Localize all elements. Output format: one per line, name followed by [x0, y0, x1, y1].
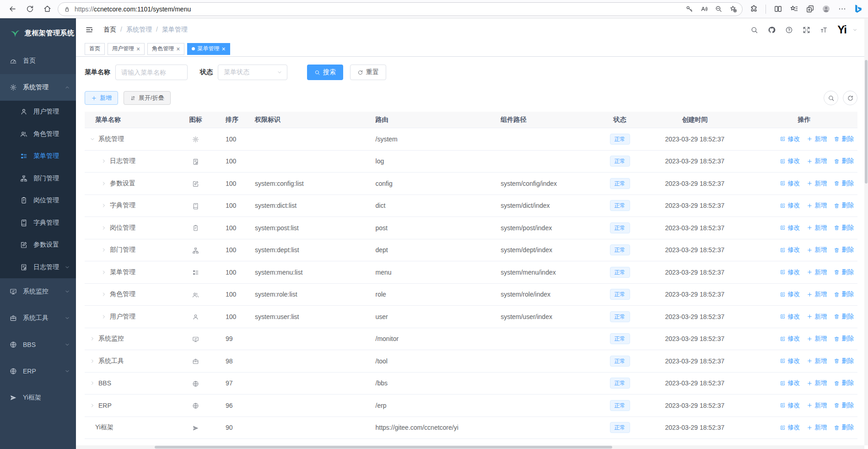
expand-collapse-button[interactable]: 展开/折叠 [124, 91, 171, 105]
edit-link[interactable]: 修改 [780, 224, 800, 232]
sidebar-item[interactable]: Yi框架 [0, 384, 76, 411]
add-button[interactable]: 新增 [85, 91, 118, 105]
sidebar-item[interactable]: 岗位管理 [0, 189, 76, 212]
close-tab-icon[interactable]: × [136, 46, 140, 52]
add-link[interactable]: 新增 [807, 157, 827, 165]
sidebar-item[interactable]: 系统管理 [0, 74, 76, 101]
add-link[interactable]: 新增 [807, 268, 827, 276]
sidebar-item[interactable]: 系统监控 [0, 278, 76, 305]
add-link[interactable]: 新增 [807, 423, 827, 432]
delete-link[interactable]: 删除 [834, 268, 854, 276]
user-avatar-logo[interactable]: Yi [837, 23, 846, 36]
scrollbar-thumb[interactable] [155, 446, 612, 449]
chevron-right-icon[interactable] [101, 203, 107, 208]
dots-button[interactable] [836, 3, 848, 16]
delete-link[interactable]: 删除 [834, 401, 854, 410]
delete-link[interactable]: 删除 [834, 423, 854, 432]
sidebar-item[interactable]: 首页 [0, 48, 76, 74]
split-view-button[interactable] [771, 3, 784, 16]
sidebar-item[interactable]: 字典管理 [0, 212, 76, 234]
chevron-right-icon[interactable] [90, 380, 95, 386]
add-link[interactable]: 新增 [807, 201, 827, 210]
chevron-right-icon[interactable] [90, 358, 95, 364]
chevron-right-icon[interactable] [101, 314, 107, 319]
edit-link[interactable]: 修改 [780, 379, 800, 387]
chevron-right-icon[interactable] [101, 292, 107, 297]
avatar-button[interactable] [819, 3, 832, 16]
read-aloud-button[interactable] [697, 3, 710, 16]
edit-link[interactable]: 修改 [780, 157, 800, 165]
fullscreen-button[interactable] [803, 26, 810, 34]
delete-link[interactable]: 删除 [834, 157, 854, 165]
table-search-button[interactable] [824, 91, 838, 105]
scrollbar-thumb[interactable] [865, 60, 868, 184]
chevron-right-icon[interactable] [101, 181, 107, 186]
address-bar[interactable]: https://ccnetcore.com:1101/system/menu [58, 2, 743, 16]
chevron-right-icon[interactable] [101, 225, 107, 231]
search-button[interactable]: 搜索 [307, 65, 343, 80]
edit-link[interactable]: 修改 [780, 268, 800, 276]
sidebar-item[interactable]: 用户管理 [0, 101, 76, 123]
edit-link[interactable]: 修改 [780, 313, 800, 321]
extensions-button[interactable] [747, 3, 760, 16]
delete-link[interactable]: 删除 [834, 224, 854, 232]
home-button[interactable] [41, 3, 54, 16]
star-plus-button[interactable] [727, 3, 739, 16]
collections-button[interactable] [803, 3, 816, 16]
sidebar-item[interactable]: 参数设置 [0, 234, 76, 256]
add-link[interactable]: 新增 [807, 357, 827, 365]
edit-link[interactable]: 修改 [780, 179, 800, 188]
vertical-scrollbar[interactable] [864, 19, 868, 445]
delete-link[interactable]: 删除 [834, 179, 854, 188]
key-button[interactable] [683, 3, 695, 16]
add-link[interactable]: 新增 [807, 401, 827, 410]
status-select[interactable]: 菜单状态 [218, 65, 287, 80]
delete-link[interactable]: 删除 [834, 135, 854, 143]
sidebar-item[interactable]: BBS [0, 331, 76, 358]
search-button[interactable] [750, 26, 758, 34]
sidebar-item[interactable]: 角色管理 [0, 123, 76, 146]
github-button[interactable] [768, 26, 776, 34]
add-link[interactable]: 新增 [807, 313, 827, 321]
edit-link[interactable]: 修改 [780, 290, 800, 298]
arrow-left-button[interactable] [6, 3, 19, 16]
tab[interactable]: 首页 [85, 43, 105, 55]
breadcrumb-item[interactable]: 系统管理 [126, 26, 152, 33]
add-link[interactable]: 新增 [807, 379, 827, 387]
add-link[interactable]: 新增 [807, 290, 827, 298]
edit-link[interactable]: 修改 [780, 401, 800, 410]
chevron-right-icon[interactable] [90, 336, 95, 341]
delete-link[interactable]: 删除 [834, 335, 854, 343]
delete-link[interactable]: 删除 [834, 290, 854, 298]
sidebar-item[interactable]: 日志管理 [0, 256, 76, 279]
table-refresh-button[interactable] [843, 91, 857, 105]
chevron-right-icon[interactable] [90, 403, 95, 408]
chevron-right-icon[interactable] [101, 270, 107, 275]
add-link[interactable]: 新增 [807, 246, 827, 254]
sidebar-item[interactable]: ERP [0, 358, 76, 384]
menu-name-input[interactable] [115, 65, 188, 80]
question-button[interactable] [785, 26, 793, 34]
app-logo[interactable]: 意框架管理系统 [0, 18, 76, 48]
tab[interactable]: 角色管理× [147, 43, 184, 55]
sidebar-toggle-button[interactable] [83, 23, 96, 36]
add-link[interactable]: 新增 [807, 135, 827, 143]
add-link[interactable]: 新增 [807, 224, 827, 232]
tab[interactable]: 菜单管理× [187, 43, 230, 55]
delete-link[interactable]: 删除 [834, 246, 854, 254]
favorites-button[interactable] [787, 3, 800, 16]
delete-link[interactable]: 删除 [834, 201, 854, 210]
edit-link[interactable]: 修改 [780, 135, 800, 143]
horizontal-scrollbar[interactable] [76, 445, 864, 449]
edit-link[interactable]: 修改 [780, 335, 800, 343]
sidebar-item[interactable]: 菜单管理 [0, 145, 76, 168]
refresh-button[interactable] [23, 3, 36, 16]
chevron-right-icon[interactable] [101, 247, 107, 253]
edit-link[interactable]: 修改 [780, 423, 800, 432]
edit-link[interactable]: 修改 [780, 201, 800, 210]
close-tab-icon[interactable]: × [221, 46, 225, 52]
reset-button[interactable]: 重置 [350, 65, 386, 80]
add-link[interactable]: 新增 [807, 179, 827, 188]
edit-link[interactable]: 修改 [780, 357, 800, 365]
edit-link[interactable]: 修改 [780, 246, 800, 254]
